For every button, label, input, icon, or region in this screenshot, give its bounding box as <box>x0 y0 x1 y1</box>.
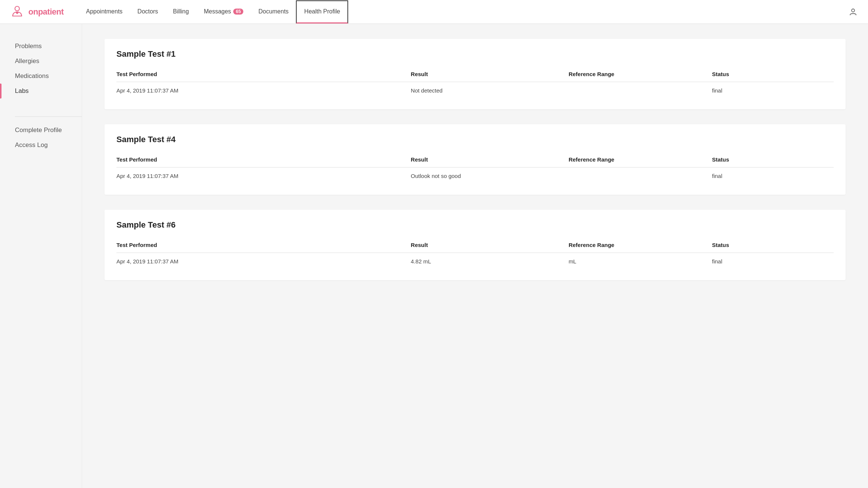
col-header-status-1: Status <box>705 68 834 82</box>
col-header-test-performed-6: Test Performed <box>116 239 403 253</box>
test-6-title: Sample Test #6 <box>116 220 834 230</box>
sidebar-item-allergies[interactable]: Allergies <box>15 54 82 69</box>
test-6-table: Test Performed Result Reference Range St… <box>116 239 834 270</box>
test-section-6: Sample Test #6 Test Performed Result Ref… <box>104 210 846 280</box>
cell-test-performed: Apr 4, 2019 11:07:37 AM <box>116 168 403 185</box>
cell-status: final <box>705 253 834 270</box>
test-4-title: Sample Test #4 <box>116 135 834 144</box>
sidebar-secondary-group: Complete Profile Access Log <box>15 123 82 153</box>
test-section-1: Sample Test #1 Test Performed Result Ref… <box>104 39 846 109</box>
cell-status: final <box>705 82 834 99</box>
cell-status: final <box>705 168 834 185</box>
col-header-ref-range-6: Reference Range <box>561 239 705 253</box>
sidebar-primary-group: Problems Allergies Medications Labs <box>15 39 82 98</box>
cell-ref-range: mL <box>561 253 705 270</box>
sidebar-item-medications[interactable]: Medications <box>15 69 82 84</box>
col-header-test-performed-1: Test Performed <box>116 68 403 82</box>
nav-right <box>847 6 859 18</box>
svg-point-0 <box>15 6 19 11</box>
col-header-result-6: Result <box>403 239 561 253</box>
nav-link-doctors[interactable]: Doctors <box>130 0 165 24</box>
nav-link-messages[interactable]: Messages 65 <box>196 0 251 24</box>
cell-test-performed: Apr 4, 2019 11:07:37 AM <box>116 82 403 99</box>
test-6-header-row: Test Performed Result Reference Range St… <box>116 239 834 253</box>
test-1-header-row: Test Performed Result Reference Range St… <box>116 68 834 82</box>
table-row: Apr 4, 2019 11:07:37 AM Not detected fin… <box>116 82 834 99</box>
test-1-title: Sample Test #1 <box>116 49 834 59</box>
col-header-ref-range-4: Reference Range <box>561 153 705 168</box>
cell-ref-range <box>561 82 705 99</box>
table-row: Apr 4, 2019 11:07:37 AM 4.82 mL mL final <box>116 253 834 270</box>
sidebar-divider <box>15 116 82 117</box>
cell-ref-range <box>561 168 705 185</box>
logo-icon <box>9 4 25 20</box>
sidebar: Problems Allergies Medications Labs Comp… <box>0 24 82 488</box>
col-header-test-performed-4: Test Performed <box>116 153 403 168</box>
messages-badge: 65 <box>233 9 243 15</box>
col-header-ref-range-1: Reference Range <box>561 68 705 82</box>
nav-link-documents[interactable]: Documents <box>251 0 296 24</box>
col-header-result-1: Result <box>403 68 561 82</box>
sidebar-item-complete-profile[interactable]: Complete Profile <box>15 123 82 138</box>
cell-result: Outlook not so good <box>403 168 561 185</box>
col-header-result-4: Result <box>403 153 561 168</box>
sidebar-item-labs[interactable]: Labs <box>15 84 82 98</box>
test-section-4: Sample Test #4 Test Performed Result Ref… <box>104 124 846 195</box>
test-1-table: Test Performed Result Reference Range St… <box>116 68 834 99</box>
sidebar-item-problems[interactable]: Problems <box>15 39 82 54</box>
page-layout: Problems Allergies Medications Labs Comp… <box>0 24 868 488</box>
sidebar-item-access-log[interactable]: Access Log <box>15 138 82 153</box>
test-4-table: Test Performed Result Reference Range St… <box>116 153 834 184</box>
navbar: onpatient Appointments Doctors Billing M… <box>0 0 868 24</box>
nav-link-appointments[interactable]: Appointments <box>79 0 130 24</box>
svg-point-1 <box>852 9 855 12</box>
user-icon-button[interactable] <box>847 6 859 18</box>
col-header-status-6: Status <box>705 239 834 253</box>
col-header-status-4: Status <box>705 153 834 168</box>
nav-link-health-profile[interactable]: Health Profile <box>296 0 348 24</box>
logo-text: onpatient <box>28 7 64 17</box>
logo[interactable]: onpatient <box>9 4 64 20</box>
nav-link-billing[interactable]: Billing <box>165 0 196 24</box>
cell-result: Not detected <box>403 82 561 99</box>
main-content: Sample Test #1 Test Performed Result Ref… <box>82 24 868 488</box>
test-4-header-row: Test Performed Result Reference Range St… <box>116 153 834 168</box>
cell-result: 4.82 mL <box>403 253 561 270</box>
nav-links: Appointments Doctors Billing Messages 65… <box>79 0 847 24</box>
cell-test-performed: Apr 4, 2019 11:07:37 AM <box>116 253 403 270</box>
table-row: Apr 4, 2019 11:07:37 AM Outlook not so g… <box>116 168 834 185</box>
